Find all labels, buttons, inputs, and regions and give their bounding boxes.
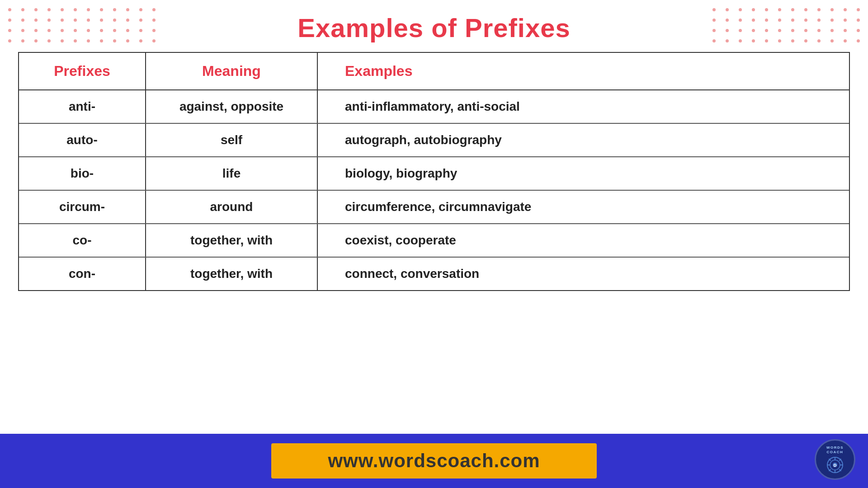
cell-meaning-1: self <box>146 123 317 157</box>
prefixes-table-container: Prefixes Meaning Examples anti-against, … <box>18 52 850 291</box>
cell-meaning-5: together, with <box>146 257 317 290</box>
cell-examples-4: coexist, cooperate <box>317 224 849 257</box>
decorative-dots-right <box>708 4 864 47</box>
column-header-prefix: Prefixes <box>19 53 146 90</box>
table-row: auto-selfautograph, autobiography <box>19 123 849 157</box>
cell-prefix-1: auto- <box>19 123 146 157</box>
cell-meaning-2: life <box>146 157 317 190</box>
cell-prefix-0: anti- <box>19 90 146 123</box>
website-url: www.wordscoach.com <box>328 450 540 472</box>
cell-examples-0: anti-inflammatory, anti-social <box>317 90 849 123</box>
cell-examples-1: autograph, autobiography <box>317 123 849 157</box>
cell-examples-3: circumference, circumnavigate <box>317 190 849 224</box>
footer-bar: www.wordscoach.com <box>0 434 868 488</box>
website-box: www.wordscoach.com <box>271 443 597 479</box>
cell-meaning-0: against, opposite <box>146 90 317 123</box>
cell-examples-5: connect, conversation <box>317 257 849 290</box>
decorative-dots-left <box>4 4 160 47</box>
table-row: con-together, withconnect, conversation <box>19 257 849 290</box>
words-coach-logo: WORDSCOACH D <box>815 439 855 480</box>
prefixes-table: Prefixes Meaning Examples anti-against, … <box>19 53 849 290</box>
cell-prefix-4: co- <box>19 224 146 257</box>
cell-prefix-2: bio- <box>19 157 146 190</box>
column-header-examples: Examples <box>317 53 849 90</box>
cell-examples-2: biology, biography <box>317 157 849 190</box>
cell-meaning-3: around <box>146 190 317 224</box>
cell-prefix-5: con- <box>19 257 146 290</box>
table-row: co-together, withcoexist, cooperate <box>19 224 849 257</box>
table-row: bio-lifebiology, biography <box>19 157 849 190</box>
camera-aperture-icon: D <box>826 456 844 474</box>
cell-meaning-4: together, with <box>146 224 317 257</box>
cell-prefix-3: circum- <box>19 190 146 224</box>
logo-brand-text: WORDSCOACH <box>826 446 844 455</box>
column-header-meaning: Meaning <box>146 53 317 90</box>
table-row: anti-against, oppositeanti-inflammatory,… <box>19 90 849 123</box>
table-header-row: Prefixes Meaning Examples <box>19 53 849 90</box>
svg-text:D: D <box>834 463 837 468</box>
table-row: circum-aroundcircumference, circumnaviga… <box>19 190 849 224</box>
